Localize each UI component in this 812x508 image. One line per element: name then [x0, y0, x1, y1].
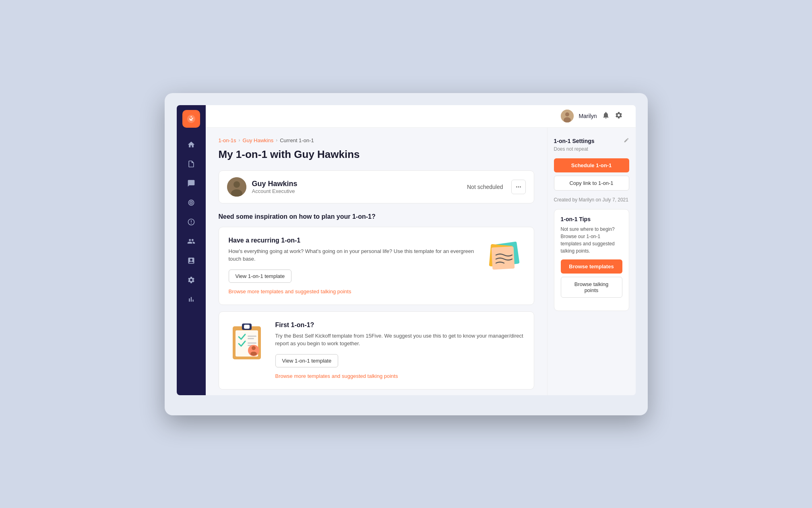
breadcrumb-current: Current 1-on-1 — [280, 137, 314, 143]
copy-link-button[interactable]: Copy link to 1-on-1 — [554, 176, 629, 191]
header-user: Marilyn — [561, 110, 622, 122]
svg-point-10 — [516, 186, 517, 187]
breadcrumb-sep-2: › — [276, 137, 277, 143]
person-actions: Not scheduled — [467, 180, 526, 194]
inspiration-heading: Need some inspiration on how to plan you… — [219, 213, 534, 220]
svg-point-5 — [565, 112, 569, 116]
created-info: Created by Marilyn on July 7, 2021 — [554, 197, 629, 203]
tips-card: 1-on-1 Tips Not sure where to begin? Bro… — [554, 209, 629, 311]
browse-templates-button[interactable]: Browse templates — [561, 259, 622, 274]
sidebar-item-reports[interactable] — [182, 252, 200, 270]
sidebar-item-messages[interactable] — [182, 174, 200, 192]
svg-rect-15 — [491, 246, 514, 270]
breadcrumb-link-guy[interactable]: Guy Hawkins — [243, 137, 274, 143]
svg-point-0 — [190, 116, 192, 117]
breadcrumb-sep-1: › — [239, 137, 240, 143]
person-role: Account Executive — [252, 188, 461, 194]
svg-point-11 — [518, 186, 519, 187]
svg-rect-22 — [248, 342, 256, 344]
avatar — [561, 110, 574, 122]
content-area: 1-on-1s › Guy Hawkins › Current 1-on-1 M… — [206, 128, 547, 395]
notifications-icon[interactable] — [602, 111, 610, 121]
person-name: Guy Hawkins — [252, 180, 461, 188]
settings-title: 1-on-1 Settings — [554, 138, 595, 144]
person-card: Guy Hawkins Account Executive Not schedu… — [219, 170, 534, 203]
sidebar-item-settings[interactable] — [182, 271, 200, 289]
sidebar-item-analytics[interactable] — [182, 290, 200, 308]
header: Marilyn — [206, 105, 636, 128]
view-template-1-button[interactable]: View 1-on-1 template — [229, 270, 292, 283]
page-title: My 1-on-1 with Guy Hawkins — [219, 148, 534, 161]
more-options-button[interactable] — [511, 180, 526, 194]
header-username: Marilyn — [579, 113, 597, 119]
person-info: Guy Hawkins Account Executive — [252, 180, 461, 194]
template-2-illustration — [229, 321, 269, 362]
template-card-1-title: Have a recurring 1-on-1 — [229, 237, 477, 244]
person-status: Not scheduled — [467, 184, 503, 190]
sidebar-item-home[interactable] — [182, 136, 200, 153]
svg-point-26 — [250, 352, 257, 356]
tips-desc: Not sure where to begin? Browse our 1-on… — [561, 226, 622, 255]
sidebar-item-goals[interactable] — [182, 194, 200, 211]
main-area: Marilyn 1-on-1s › Guy H — [206, 105, 636, 395]
template-1-illustration — [484, 237, 524, 277]
sidebar — [177, 105, 206, 395]
sidebar-item-checkins[interactable] — [182, 155, 200, 173]
right-sidebar: 1-on-1 Settings Does not repeat Schedule… — [547, 128, 636, 395]
browse-more-1-link[interactable]: Browse more templates and suggested talk… — [229, 288, 351, 294]
browse-talking-points-button[interactable]: Browse talking points — [561, 277, 622, 298]
svg-rect-19 — [244, 325, 250, 329]
gear-icon[interactable] — [615, 111, 623, 121]
svg-point-8 — [233, 181, 240, 188]
template-card-2-desc: Try the Best Self Kickoff template from … — [275, 332, 524, 348]
breadcrumb-link-1on1s[interactable]: 1-on-1s — [219, 137, 236, 143]
person-avatar — [227, 177, 246, 197]
page-content: 1-on-1s › Guy Hawkins › Current 1-on-1 M… — [206, 128, 636, 395]
schedule-button[interactable]: Schedule 1-on-1 — [554, 158, 629, 172]
template-card-1-content: Have a recurring 1-on-1 How's everything… — [229, 237, 477, 295]
tips-title: 1-on-1 Tips — [561, 216, 622, 222]
screen: Marilyn 1-on-1s › Guy H — [177, 105, 636, 395]
edit-icon[interactable] — [624, 137, 629, 145]
sidebar-item-target[interactable] — [182, 213, 200, 231]
breadcrumb: 1-on-1s › Guy Hawkins › Current 1-on-1 — [219, 137, 534, 143]
browse-more-2-link[interactable]: Browse more templates and suggested talk… — [275, 373, 398, 379]
sidebar-item-people[interactable] — [182, 232, 200, 250]
template-card-1: Have a recurring 1-on-1 How's everything… — [219, 227, 534, 305]
template-card-2: First 1-on-1? Try the Best Self Kickoff … — [219, 311, 534, 390]
laptop-frame: Marilyn 1-on-1s › Guy H — [165, 93, 648, 415]
settings-header: 1-on-1 Settings — [554, 137, 629, 145]
template-card-2-title: First 1-on-1? — [275, 321, 524, 329]
svg-rect-20 — [248, 336, 256, 337]
settings-subtitle: Does not repeat — [554, 146, 629, 152]
svg-point-12 — [520, 186, 521, 187]
view-template-2-button[interactable]: View 1-on-1 template — [275, 354, 339, 367]
svg-point-25 — [252, 346, 256, 350]
app-logo[interactable] — [182, 110, 200, 128]
svg-rect-21 — [248, 338, 254, 339]
template-card-2-content: First 1-on-1? Try the Best Self Kickoff … — [275, 321, 524, 379]
svg-point-3 — [190, 202, 192, 203]
template-card-1-desc: How's everything going at work? What's g… — [229, 247, 477, 263]
